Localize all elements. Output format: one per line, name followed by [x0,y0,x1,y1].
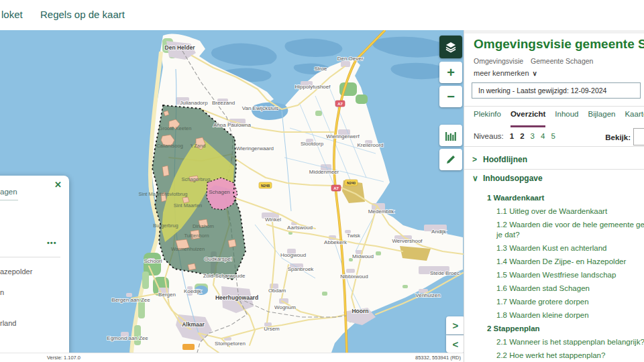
map-label: Warmenhuizen [171,246,205,252]
svg-text:A7: A7 [337,102,343,106]
document-type: Omgevingsvisie [474,57,523,65]
zoom-in-button[interactable]: + [439,62,462,83]
tab-plekinfo[interactable]: Plekinfo [474,110,501,125]
map-label: Twisk [347,233,361,239]
tab-overzicht[interactable]: Overzicht [511,110,545,127]
panel-collapse-button[interactable]: < [446,335,465,353]
zoom-out-button[interactable]: − [439,86,462,107]
bekijk-select[interactable] [633,128,644,145]
chevron-down-icon: ∨ [472,174,483,183]
map-label: Wervershoof [392,238,423,244]
bar-chart-icon [445,131,456,141]
niveau-4[interactable]: 4 [541,132,545,140]
map-label: Bergen aan Zee [111,297,150,303]
map-label: Heerhugowaard [215,294,258,301]
map-label: Nibbixwoud [340,274,368,280]
niveaus-label: Niveaus: [474,132,504,140]
panel-expand-button[interactable]: > [446,316,465,335]
version-text: Versie: 1.107.0 [47,355,80,361]
map-label: Van Ewijcksluis [242,105,279,111]
map-label: Spanbroek [288,266,315,272]
plus-icon: + [447,65,455,80]
chevron-left-icon: < [453,339,459,350]
map-label: Medemblik [368,208,395,215]
niveau-3[interactable]: 3 [531,132,535,140]
document-panel: Omgevingsvisie gemeente Schagen Omgeving… [464,30,644,362]
chevron-down-icon: ∨ [533,70,537,77]
map-label: Den Oever [337,56,364,62]
nav-regels-op-de-kaart[interactable]: Regels op de kaart [40,9,125,20]
toc-link[interactable]: 1.2 Waarden die voor de hele gemeente ge… [496,220,644,240]
toc-chapter: 1 Waardenkaart [487,193,644,203]
divider [0,257,60,257]
map-label: Tuitjenhorn [184,233,209,239]
table-of-contents: 1 Waardenkaart1.1 Uitleg over de Waarden… [487,192,644,362]
map-label: Dirkshorn [193,223,214,229]
section-label: Hoofdlijnen [483,155,527,164]
map-label: Obdam [268,288,286,294]
map-label: Stompetoren [215,341,246,347]
niveaus-control: Niveaus:12345 [474,132,555,140]
map-label: Midwoud [352,253,374,259]
more-options-icon[interactable]: ••• [47,239,57,247]
toc-chapter: 2 Stappenplan [487,324,644,334]
road-shield-a7: A7 [335,101,345,107]
section-label: Inhoudsopgave [483,174,543,183]
section-inhoudsopgave[interactable]: ∨Inhoudsopgave [472,174,543,183]
close-icon[interactable]: ✕ [54,180,62,190]
map-label: Venhuizen [415,292,440,298]
toc-link[interactable]: 1.7 Waarde grotere dorpen [496,297,644,307]
niveau-5[interactable]: 5 [551,132,555,140]
map-label: Oudkarspel [205,256,232,262]
legend-item-fragment[interactable]: azepolder [0,267,32,276]
map-label: Den Helder [165,44,196,51]
chevron-right-icon: > [453,320,459,331]
map-label: Egmond aan Zee [107,335,148,341]
toc-link[interactable]: 1.1 Uitleg over de Waardenkaart [496,206,644,217]
meer-kenmerken-toggle[interactable]: meer kenmerken∨ [474,69,537,77]
map-label: Koedijk [184,288,202,294]
legend-item-fragment[interactable]: n [0,288,4,296]
tab-inhoud[interactable]: Inhoud [555,110,578,125]
tab-kaarten[interactable]: Kaarten [625,110,644,125]
toc-link[interactable]: 2.2 Hoe werkt het stappenplan? [496,351,644,361]
map-label: Schagen [209,189,230,195]
map-area[interactable]: Den HelderStroeDen OeverHippolytushoefJu… [0,30,464,353]
divider [464,106,644,107]
legend-chart-button[interactable] [439,125,462,146]
svg-text:A7: A7 [333,186,339,190]
niveau-2[interactable]: 2 [520,132,524,140]
toc-link[interactable]: 1.6 Waarden stad Schagen [496,284,644,294]
svg-text:N248: N248 [261,184,270,188]
map-label: Wieringerwaard [236,145,274,152]
meer-kenmerken-label: meer kenmerken [474,69,529,77]
document-subtitle: Omgevingsvisie Gemeente Schagen [474,57,598,65]
section-hoofdlijnen[interactable]: >Hoofdlijnen [472,155,527,164]
map-label: Callantsoog [156,143,183,149]
draw-button[interactable] [439,149,462,170]
map-canvas[interactable]: Den HelderStroeDen OeverHippolytushoefJu… [0,30,464,353]
map-label: Stede Broec [430,270,460,276]
legend-item-fragment[interactable]: rland [0,319,16,327]
map-label: Winkel [265,217,281,223]
panel-top-strip [464,30,644,34]
map-label: Bergen [158,292,176,298]
toc-link[interactable]: 1.4 Waarden De Zijpe- en Hazepolder [496,257,644,267]
brand-logo-fragment[interactable]: loket [1,9,23,20]
legend-tab-fragment: agen [0,188,17,196]
map-label: Schoorl [144,258,162,264]
niveau-1[interactable]: 1 [510,132,514,140]
tab-bijlagen[interactable]: Bijlagen [588,110,616,125]
toc-link[interactable]: 2.1 Wanneer is het stappenplan belangrij… [496,337,644,347]
legend-tab-underline [0,200,18,200]
status-select[interactable]: In werking - Laatst gewijzigd: 12-09-202… [472,82,641,99]
road-shield-n240: N240 [345,180,358,186]
toc-link[interactable]: 1.8 Waarden kleine dorpen [496,310,644,320]
map-label: Hippolytushoef [295,84,331,90]
layers-button[interactable] [439,36,462,58]
map-label: Wognum [274,304,296,310]
toc-link[interactable]: 1.5 Waarden Westfriese landschap [496,270,644,280]
toc-link[interactable]: 1.3 Waarden Kust en achterland [496,243,644,253]
map-label: Hoogwoud [280,252,306,258]
coordinates-text: 85332, 553941 (RD) [415,355,461,361]
